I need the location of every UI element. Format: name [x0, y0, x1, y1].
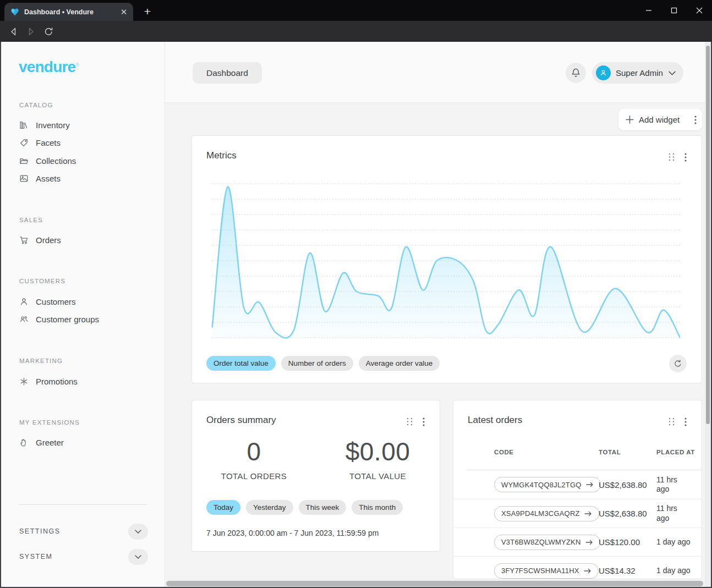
- table-row: V3T6BW8ZQLWMYZKN US$120.00 1 day ago: [453, 527, 702, 556]
- drag-handle-icon[interactable]: [406, 417, 413, 426]
- sidebar-section-my-extensions: MY EXTENSIONS: [19, 419, 80, 426]
- column-header-code: CODE: [494, 449, 599, 455]
- order-total: US$2,638.80: [599, 480, 656, 490]
- settings-expand-button[interactable]: [128, 524, 148, 540]
- sidebar-item-customer-groups[interactable]: Customer groups: [19, 312, 99, 326]
- tab-close-icon[interactable]: ✕: [119, 7, 129, 17]
- back-icon[interactable]: [7, 25, 20, 38]
- table-row: XSA9PD4LM3CGAQRZ US$2,638.80 11 hrs ago: [453, 499, 702, 527]
- plus-icon: [626, 116, 634, 124]
- order-placed-at: 11 hrs ago: [656, 504, 702, 523]
- table-row: 3FY7FSCWSHMA11HX US$14.32 1 day ago: [453, 556, 702, 579]
- user-icon: [19, 297, 29, 306]
- metric-pill-average-order-value[interactable]: Average order value: [359, 356, 440, 371]
- tag-icon: [19, 138, 29, 147]
- person-icon: [599, 69, 607, 77]
- horizontal-scrollbar: [165, 580, 705, 587]
- metric-pill-number-of-orders[interactable]: Number of orders: [281, 356, 353, 371]
- order-total: US$120.00: [599, 537, 656, 547]
- vendure-favicon-icon: [10, 8, 19, 17]
- order-code-link[interactable]: 3FY7FSCWSHMA11HX: [494, 563, 599, 579]
- vendure-logo: vendure®: [19, 58, 79, 76]
- sidebar-item-promotions[interactable]: Promotions: [19, 375, 78, 388]
- arrow-right-icon: [586, 482, 594, 487]
- sidebar-section-system[interactable]: SYSTEM: [19, 547, 148, 567]
- table-row: WYMGK4TQQ8JL2TGQ US$2,638.80 11 hrs ago: [453, 470, 702, 499]
- sidebar-section-sales: SALES: [19, 217, 43, 223]
- new-tab-button[interactable]: +: [141, 6, 154, 19]
- column-header-total: TOTAL: [599, 449, 656, 455]
- column-header-placed-at: PLACED AT: [656, 449, 702, 455]
- window-controls: [636, 0, 712, 21]
- orders-summary-widget: Orders summary 0 TOTAL ORDERS $0.00 TOTA…: [191, 400, 440, 552]
- order-placed-at: 1 day ago: [656, 537, 702, 547]
- order-placed-at: 1 day ago: [656, 566, 702, 576]
- kebab-menu-icon[interactable]: [423, 417, 425, 426]
- chevron-down-icon: [135, 555, 141, 559]
- metrics-title: Metrics: [206, 150, 237, 161]
- sidebar-section-settings[interactable]: SETTINGS: [19, 521, 148, 541]
- metric-selector: Order total value Number of orders Avera…: [206, 356, 440, 371]
- range-pill-yesterday[interactable]: Yesterday: [246, 500, 293, 515]
- total-orders-label: TOTAL ORDERS: [192, 471, 316, 481]
- reload-icon[interactable]: [42, 25, 55, 38]
- chevron-down-icon: [669, 71, 676, 75]
- range-pill-today[interactable]: Today: [206, 500, 240, 515]
- sidebar-item-inventory[interactable]: Inventory: [19, 118, 70, 131]
- metric-pill-order-total-value[interactable]: Order total value: [206, 356, 276, 371]
- total-orders-value: 0: [192, 437, 316, 466]
- sidebar-item-greeter[interactable]: Greeter: [19, 436, 64, 449]
- notifications-button[interactable]: [566, 63, 586, 83]
- order-code-link[interactable]: WYMGK4TQQ8JL2TGQ: [494, 477, 601, 492]
- folder-icon: [19, 156, 29, 166]
- window-maximize-icon[interactable]: [661, 0, 687, 21]
- add-widget-button[interactable]: Add widget: [618, 109, 702, 130]
- window-frame-left: [0, 42, 1, 588]
- orders-summary-title: Orders summary: [206, 415, 276, 426]
- date-range-text: 7 Jun 2023, 0:00:00 am - 7 Jun 2023, 11:…: [206, 529, 379, 537]
- sidebar-divider: [19, 504, 147, 505]
- refresh-button[interactable]: [669, 355, 687, 372]
- hand-icon: [19, 438, 29, 447]
- sidebar-item-collections[interactable]: Collections: [19, 154, 76, 167]
- latest-orders-table: CODE TOTAL PLACED AT WYMGK4TQQ8JL2TGQ US…: [453, 449, 702, 579]
- sidebar-item-customers[interactable]: Customers: [19, 295, 76, 308]
- metrics-widget: Metrics Order total value Number of orde…: [191, 135, 702, 383]
- kebab-menu-icon[interactable]: [684, 153, 687, 162]
- order-total: US$2,638.80: [599, 509, 656, 518]
- window-close-icon[interactable]: [687, 0, 712, 21]
- order-total: US$14.32: [599, 566, 656, 575]
- window-minimize-icon[interactable]: [636, 0, 661, 21]
- sidebar-item-assets[interactable]: Assets: [19, 172, 61, 185]
- total-value-value: $0.00: [316, 437, 440, 466]
- sidebar-section-customers: CUSTOMERS: [19, 278, 65, 284]
- vertical-scrollbar: [705, 42, 711, 587]
- breadcrumb[interactable]: Dashboard: [193, 62, 262, 84]
- forward-icon[interactable]: [24, 25, 37, 38]
- sidebar-section-catalog: CATALOG: [19, 102, 53, 108]
- range-pill-this-month[interactable]: This month: [352, 500, 403, 515]
- inventory-icon: [19, 120, 29, 130]
- kebab-menu-icon[interactable]: [684, 417, 687, 426]
- order-code-link[interactable]: V3T6BW8ZQLWMYZKN: [494, 535, 600, 550]
- vertical-scrollbar-thumb[interactable]: [706, 46, 710, 424]
- browser-toolbar: ! localhost:3000/admin/: [0, 21, 712, 42]
- browser-tab[interactable]: Dashboard • Vendure ✕: [4, 3, 133, 21]
- cart-icon: [19, 235, 29, 245]
- user-name: Super Admin: [616, 68, 664, 78]
- browser-window: Dashboard • Vendure ✕ + ! lo: [0, 0, 712, 588]
- system-expand-button[interactable]: [128, 549, 148, 565]
- user-avatar: [596, 65, 611, 80]
- order-code-link[interactable]: XSA9PD4LM3CGAQRZ: [494, 506, 599, 521]
- drag-handle-icon[interactable]: [668, 152, 675, 162]
- asterisk-icon: [19, 377, 29, 386]
- drag-handle-icon[interactable]: [668, 417, 675, 426]
- horizontal-scrollbar-thumb[interactable]: [166, 581, 703, 586]
- sidebar-item-orders[interactable]: Orders: [19, 233, 61, 246]
- metrics-chart: [211, 182, 680, 342]
- sidebar-item-facets[interactable]: Facets: [19, 136, 61, 149]
- user-menu[interactable]: Super Admin: [592, 62, 683, 84]
- kebab-menu-icon[interactable]: [694, 116, 697, 124]
- range-pill-this-week[interactable]: This week: [299, 500, 347, 515]
- range-selector: Today Yesterday This week This month: [206, 500, 403, 515]
